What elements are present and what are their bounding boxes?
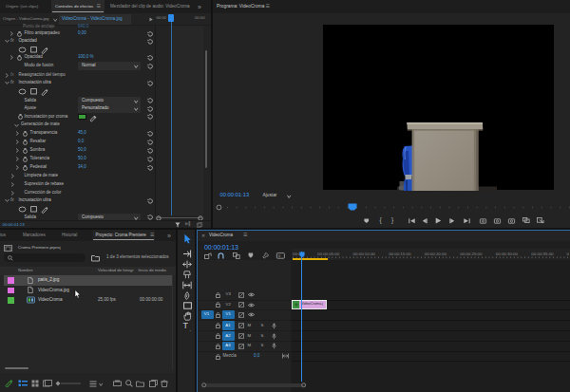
svg-text:0: 0 [278, 253, 281, 258]
